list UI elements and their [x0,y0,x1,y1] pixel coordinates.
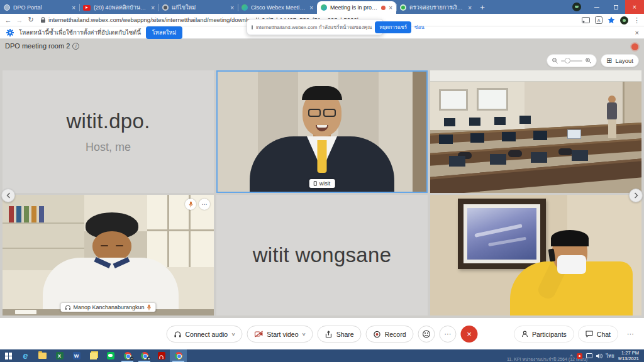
layout-label: Layout [615,57,633,64]
zoom-slider-knob[interactable] [565,58,570,63]
translate-icon[interactable]: A [595,16,602,24]
connect-audio-button[interactable]: Connect audio ∨ [166,326,242,343]
share-button[interactable]: Share [318,326,362,343]
tab-edit[interactable]: แก้ไขใหม่ × [158,1,238,14]
info-icon[interactable]: i [72,43,79,50]
monitor [444,118,455,126]
hide-banner-link[interactable]: ซ่อน [414,23,425,31]
tab-close-icon[interactable]: × [309,4,313,11]
screen-icon [252,25,253,30]
reload-button[interactable]: ↻ [25,16,36,24]
cast-icon[interactable] [582,17,590,23]
monitor [469,118,480,126]
tab-meeting-active[interactable]: Meeting is in progress... × [317,1,396,14]
taskbar-file-explorer[interactable] [34,349,51,362]
record-label: Record [385,331,406,338]
antivirus-tray-icon[interactable] [577,353,582,359]
new-tab-button[interactable]: + [475,1,489,14]
taskbar-sticky-notes[interactable] [85,349,102,362]
participants-button[interactable]: Participants [514,326,574,343]
video-tile-phone-man[interactable] [430,195,641,315]
leave-meeting-button[interactable]: × [461,326,478,343]
zoom-out-icon[interactable] [552,58,558,63]
grid-icon: ⊞ [606,57,612,65]
taskbar-chrome-profile-2[interactable]: ● [136,349,153,362]
connect-audio-label: Connect audio [185,331,228,338]
tab-title: แก้ไขใหม่ [172,3,227,12]
taskbar-chrome-active[interactable] [170,349,187,362]
tab-check-list[interactable]: ตรวจสอบรายการเงินและรองเงินไม่ตัดกั... × [396,1,475,14]
window-close-button[interactable]: × [625,0,644,14]
tab-close-icon[interactable]: × [151,4,155,11]
panel-more-button[interactable]: ⋯ [622,326,639,343]
start-button[interactable] [0,349,17,362]
taskbar-line[interactable] [102,349,119,362]
chevron-down-icon[interactable]: ∨ [301,332,306,337]
tab-close-icon[interactable]: × [468,4,472,11]
reload-page-button[interactable]: โหลดใหม่ [146,26,182,39]
next-participants-button[interactable] [629,189,643,202]
language-indicator[interactable]: ไทย [606,352,614,359]
layout-button[interactable]: ⊞ Layout [601,54,639,67]
taskbar-chrome-profile-1[interactable]: – [119,349,136,362]
tab-close-icon[interactable]: × [230,4,234,11]
monitor [439,134,453,144]
chevron-down-icon[interactable]: ∨ [231,332,235,337]
taskbar-excel[interactable]: X [51,349,68,362]
video-tile-manop[interactable]: ⋯ Manop Kanchanaburangkun [3,195,214,315]
closed-eye [101,245,108,246]
tie [318,140,327,173]
taskbar-clock[interactable]: 1:27 PM 9/13/2021 [618,350,641,362]
video-grid: witit.dpo. Host, me [3,70,641,315]
tab-close-icon[interactable]: × [72,4,75,11]
network-tray-icon[interactable] [586,353,592,358]
record-button[interactable]: Record [366,326,414,343]
tab-youtube[interactable]: (20) 40พลคลิกบ้านฯแสะอธิ์ฟ~เอ็มผัวๆ × [79,1,158,14]
chat-icon [586,331,593,337]
shelf-line [3,222,84,224]
volume-tray-icon[interactable] [596,353,602,359]
face-mask [557,255,586,274]
minimize-button[interactable] [587,0,606,14]
hair [302,86,342,100]
video-tile-witit-wongsane[interactable]: witit wongsane [216,195,428,315]
start-video-button[interactable]: Start video ∨ [247,326,313,343]
monitor-bright [567,129,581,139]
monitor-back [490,154,506,165]
profile-avatar[interactable] [620,16,628,25]
video-tile-meeting-room[interactable] [430,70,641,193]
infobar-close-icon[interactable]: × [635,29,639,36]
reactions-button[interactable] [418,326,435,343]
zoom-slider[interactable] [547,54,597,67]
tray-expand-icon[interactable]: ^ [570,353,573,359]
taskbar-ie[interactable]: e [17,349,34,362]
maximize-button[interactable] [606,0,625,14]
browser-menu-icon[interactable]: ⋮ [633,16,640,25]
more-options-button[interactable]: ⋯ [440,326,457,343]
monitor [470,133,484,143]
zoom-in-icon[interactable] [586,58,591,63]
tab-dpo-portal[interactable]: DPO Portal × [0,1,79,14]
tab-webex-home[interactable]: Cisco Webex Meetings - Home × [238,1,317,14]
windows-taskbar: 11. KPI หน่วยงานประจำปี 2564 (12 เดือน) … [0,349,644,362]
tab-close-icon[interactable]: × [389,4,392,11]
bookmark-star-icon[interactable] [608,16,615,24]
browser-profile-icon[interactable] [572,3,581,11]
stop-sharing-button[interactable]: หยุดการแชร์ [375,21,411,33]
back-button[interactable]: ← [3,16,14,24]
view-tools: ⊞ Layout [547,54,639,67]
internet-explorer-icon: e [23,351,28,360]
video-tile-host[interactable]: witit.dpo. Host, me [3,70,214,193]
video-tile-wisit[interactable]: wisit [216,70,428,193]
tile-more-button[interactable]: ⋯ [199,199,210,210]
monitor [533,131,547,140]
previous-participants-button[interactable] [1,189,15,202]
zoom-slider-track[interactable] [561,60,582,62]
chat-button[interactable]: Chat [578,326,618,343]
forward-button[interactable]: → [14,16,25,24]
taskbar-acrobat[interactable] [153,349,170,362]
book [9,206,14,222]
taskbar-word[interactable]: W [68,349,85,362]
unmute-button[interactable] [185,199,196,210]
webex-meeting-page: DPO meeting room 2 i ⊞ Layout [0,39,644,349]
